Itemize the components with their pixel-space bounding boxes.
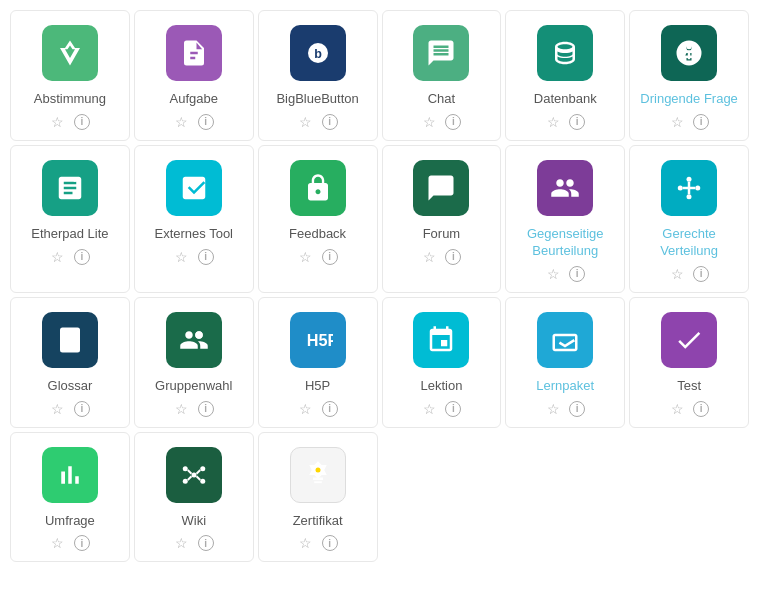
icon-box-gegenseitige-beurteilung: [537, 160, 593, 216]
label-umfrage: Umfrage: [45, 513, 95, 530]
actions-chat: ☆i: [421, 114, 461, 130]
star-icon-h5p[interactable]: ☆: [298, 401, 314, 417]
info-icon-gruppenwahl[interactable]: i: [198, 401, 214, 417]
star-icon-forum[interactable]: ☆: [421, 249, 437, 265]
actions-etherpad-lite: ☆i: [50, 249, 90, 265]
card-forum: Forum☆i: [382, 145, 502, 293]
actions-zertifikat: ☆i: [298, 535, 338, 551]
label-datenbank: Datenbank: [534, 91, 597, 108]
icon-box-bigbluebutton: b: [290, 25, 346, 81]
card-chat: Chat☆i: [382, 10, 502, 141]
actions-gegenseitige-beurteilung: ☆i: [545, 266, 585, 282]
icon-box-zertifikat: [290, 447, 346, 503]
info-icon-bigbluebutton[interactable]: i: [322, 114, 338, 130]
icon-box-abstimmung: [42, 25, 98, 81]
icon-box-dringende-frage: [661, 25, 717, 81]
card-glossar: Glossar☆i: [10, 297, 130, 428]
svg-point-20: [200, 478, 205, 483]
label-dringende-frage: Dringende Frage: [640, 91, 738, 108]
actions-datenbank: ☆i: [545, 114, 585, 130]
icon-box-gruppenwahl: [166, 312, 222, 368]
star-icon-datenbank[interactable]: ☆: [545, 114, 561, 130]
card-h5p: H5PH5P☆i: [258, 297, 378, 428]
star-icon-abstimmung[interactable]: ☆: [50, 114, 66, 130]
star-icon-lektion[interactable]: ☆: [421, 401, 437, 417]
label-externes-tool: Externes Tool: [154, 226, 233, 243]
label-feedback: Feedback: [289, 226, 346, 243]
label-h5p: H5P: [305, 378, 330, 395]
star-icon-dringende-frage[interactable]: ☆: [669, 114, 685, 130]
star-icon-externes-tool[interactable]: ☆: [174, 249, 190, 265]
card-umfrage: Umfrage☆i: [10, 432, 130, 563]
info-icon-umfrage[interactable]: i: [74, 535, 90, 551]
star-icon-gruppenwahl[interactable]: ☆: [174, 401, 190, 417]
info-icon-datenbank[interactable]: i: [569, 114, 585, 130]
info-icon-forum[interactable]: i: [445, 249, 461, 265]
card-datenbank: Datenbank☆i: [505, 10, 625, 141]
icon-box-glossar: [42, 312, 98, 368]
info-icon-h5p[interactable]: i: [322, 401, 338, 417]
star-icon-feedback[interactable]: ☆: [298, 249, 314, 265]
info-icon-gegenseitige-beurteilung[interactable]: i: [569, 266, 585, 282]
star-icon-gerechte-verteilung[interactable]: ☆: [669, 266, 685, 282]
star-icon-zertifikat[interactable]: ☆: [298, 535, 314, 551]
info-icon-externes-tool[interactable]: i: [198, 249, 214, 265]
label-abstimmung: Abstimmung: [34, 91, 106, 108]
actions-forum: ☆i: [421, 249, 461, 265]
label-forum: Forum: [423, 226, 461, 243]
info-icon-dringende-frage[interactable]: i: [693, 114, 709, 130]
actions-wiki: ☆i: [174, 535, 214, 551]
star-icon-chat[interactable]: ☆: [421, 114, 437, 130]
info-icon-etherpad-lite[interactable]: i: [74, 249, 90, 265]
actions-feedback: ☆i: [298, 249, 338, 265]
label-gruppenwahl: Gruppenwahl: [155, 378, 232, 395]
actions-h5p: ☆i: [298, 401, 338, 417]
info-icon-aufgabe[interactable]: i: [198, 114, 214, 130]
card-feedback: Feedback☆i: [258, 145, 378, 293]
label-gerechte-verteilung: Gerechte Verteilung: [638, 226, 740, 260]
label-chat: Chat: [428, 91, 455, 108]
label-lernpaket: Lernpaket: [536, 378, 594, 395]
info-icon-test[interactable]: i: [693, 401, 709, 417]
activity-grid: Abstimmung☆iAufgabe☆ibBigBlueButton☆iCha…: [10, 10, 749, 562]
star-icon-umfrage[interactable]: ☆: [50, 535, 66, 551]
card-lernpaket: Lernpaket☆i: [505, 297, 625, 428]
info-icon-feedback[interactable]: i: [322, 249, 338, 265]
info-icon-wiki[interactable]: i: [198, 535, 214, 551]
icon-box-umfrage: [42, 447, 98, 503]
star-icon-glossar[interactable]: ☆: [50, 401, 66, 417]
svg-point-16: [191, 472, 196, 477]
star-icon-test[interactable]: ☆: [669, 401, 685, 417]
info-icon-gerechte-verteilung[interactable]: i: [693, 266, 709, 282]
info-icon-zertifikat[interactable]: i: [322, 535, 338, 551]
info-icon-abstimmung[interactable]: i: [74, 114, 90, 130]
star-icon-lernpaket[interactable]: ☆: [545, 401, 561, 417]
actions-dringende-frage: ☆i: [669, 114, 709, 130]
label-zertifikat: Zertifikat: [293, 513, 343, 530]
svg-point-2: [687, 44, 692, 49]
info-icon-glossar[interactable]: i: [74, 401, 90, 417]
star-icon-aufgabe[interactable]: ☆: [174, 114, 190, 130]
actions-glossar: ☆i: [50, 401, 90, 417]
svg-rect-3: [688, 51, 691, 60]
label-lektion: Lektion: [420, 378, 462, 395]
actions-aufgabe: ☆i: [174, 114, 214, 130]
actions-lektion: ☆i: [421, 401, 461, 417]
star-icon-etherpad-lite[interactable]: ☆: [50, 249, 66, 265]
card-gruppenwahl: Gruppenwahl☆i: [134, 297, 254, 428]
icon-box-test: [661, 312, 717, 368]
svg-point-18: [200, 466, 205, 471]
svg-point-19: [182, 478, 187, 483]
card-lektion: Lektion☆i: [382, 297, 502, 428]
card-dringende-frage: Dringende Frage☆i: [629, 10, 749, 141]
info-icon-chat[interactable]: i: [445, 114, 461, 130]
star-icon-bigbluebutton[interactable]: ☆: [298, 114, 314, 130]
star-icon-wiki[interactable]: ☆: [174, 535, 190, 551]
actions-externes-tool: ☆i: [174, 249, 214, 265]
label-etherpad-lite: Etherpad Lite: [31, 226, 108, 243]
star-icon-gegenseitige-beurteilung[interactable]: ☆: [545, 266, 561, 282]
actions-lernpaket: ☆i: [545, 401, 585, 417]
info-icon-lernpaket[interactable]: i: [569, 401, 585, 417]
info-icon-lektion[interactable]: i: [445, 401, 461, 417]
svg-point-25: [315, 467, 320, 472]
